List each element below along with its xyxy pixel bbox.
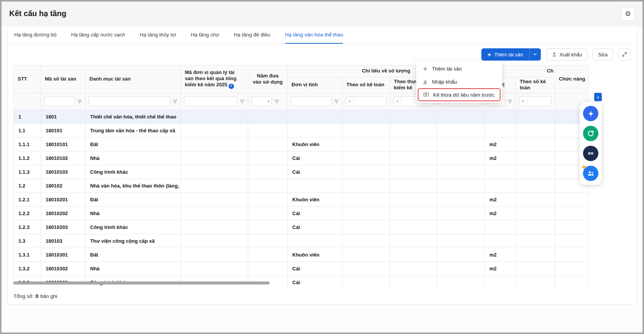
cell-unit-code	[181, 193, 248, 206]
cell-unit-code	[181, 110, 248, 123]
cell-by-accounting	[343, 248, 390, 262]
table-row[interactable]: 11801Thiết chế văn hóa, thiết chế thể th…	[14, 110, 589, 123]
cell-asset-name: Nhà văn hóa, khu thể thao thôn (làng, ..…	[86, 179, 181, 193]
cell-by-inventory	[390, 206, 437, 220]
export-button[interactable]: Xuất khẩu	[546, 48, 588, 61]
filter-input[interactable]	[44, 96, 75, 106]
table-row[interactable]: 1.1.118010101ĐấtKhuôn viênm2	[14, 137, 589, 151]
filter-input[interactable]	[291, 96, 332, 106]
community-people-icon[interactable]	[583, 166, 598, 181]
settings-button[interactable]: ⚙	[621, 7, 635, 21]
table-row[interactable]: 1.2.218010202NhàCáim2	[14, 206, 589, 220]
filter-cell	[181, 93, 248, 110]
chevron-right-icon: ›	[597, 94, 599, 100]
cell-stt: 1.3	[14, 234, 41, 248]
cell-asset-name: Đất	[86, 193, 181, 206]
filter-input[interactable]	[184, 96, 237, 106]
cell-stt: 1.3.2	[14, 262, 41, 275]
filter-input[interactable]	[354, 97, 386, 106]
filter-funnel-icon[interactable]	[507, 99, 512, 104]
edit-button[interactable]: Sửa	[593, 48, 613, 61]
cell-by-accounting2	[516, 262, 555, 275]
cell-extra	[437, 137, 485, 151]
cell-by-accounting2	[516, 179, 555, 193]
cell-asset-code: 18010203	[41, 220, 86, 234]
green-circle-tool-icon[interactable]	[583, 126, 598, 141]
cell-by-accounting2	[516, 248, 555, 262]
cell-asset-code: 18010202	[41, 206, 86, 220]
menu-item-label: Nhập khẩu	[432, 79, 457, 85]
table-row[interactable]: 1.3.218010302NhàCáim2	[14, 262, 589, 275]
cell-asset-name: Đất	[86, 137, 181, 151]
table-row[interactable]: 1.3.118010301ĐấtKhuôn viênm2	[14, 248, 589, 262]
table-row[interactable]: 1.1180101Trung tâm văn hóa - thể thao cấ…	[14, 123, 589, 137]
tab-0[interactable]: Hạ tầng đường bộ	[14, 26, 56, 43]
cell-stt: 1.2.3	[14, 220, 41, 234]
cell-unit: Cái	[288, 165, 343, 179]
menu-item-2[interactable]: Kế thừa dữ liệu năm trước	[418, 88, 501, 101]
menu-item-label: Thêm tài sản	[432, 66, 462, 72]
cell-actions	[555, 193, 589, 206]
filter-operator[interactable]: =	[519, 97, 527, 106]
filter-cell: =	[516, 93, 555, 110]
owl-extension-icon[interactable]	[583, 146, 598, 161]
cell-unit-code	[181, 151, 248, 165]
main-card: Hạ tầng đường bộHạ tầng cấp nước sạchHạ …	[7, 26, 637, 304]
page-title: Kết cấu hạ tầng	[9, 9, 66, 18]
assets-table: STT Mã số tài sản Danh mục tài sản Mã đơ…	[13, 65, 631, 288]
cell-year	[248, 248, 288, 262]
filter-funnel-icon[interactable]	[334, 99, 339, 104]
col-asset-code: Mã số tài sản	[41, 66, 86, 93]
expand-icon	[622, 52, 627, 57]
filter-cell	[86, 93, 181, 110]
cell-extra	[437, 110, 485, 123]
filter-input[interactable]	[89, 96, 170, 106]
cell-by-accounting2	[516, 165, 555, 179]
app-window: Kết cấu hạ tầng ⚙ Hạ tầng đường bộHạ tần…	[0, 0, 644, 334]
tab-2[interactable]: Hạ tầng thủy lợi	[140, 26, 176, 43]
cell-by-accounting2	[516, 123, 555, 137]
table-row[interactable]: 1.1.318010103Công trình khácCái	[14, 165, 589, 179]
table-row[interactable]: 1.1.218010102NhàCáim2	[14, 151, 589, 165]
menu-item-1[interactable]: Nhập khẩu	[418, 75, 501, 88]
tab-1[interactable]: Hạ tầng cấp nước sạch	[71, 26, 125, 43]
sparkle-assistant-icon[interactable]	[583, 106, 598, 121]
filter-input[interactable]	[527, 97, 551, 106]
cell-year	[248, 262, 288, 275]
filter-funnel-icon[interactable]	[240, 99, 245, 104]
cell-by-accounting	[343, 151, 390, 165]
import-icon	[422, 79, 428, 85]
filter-funnel-icon[interactable]	[77, 99, 82, 104]
side-panel-collapse-tab[interactable]: ›	[594, 93, 602, 101]
cell-unit2: m2	[485, 262, 516, 275]
filter-funnel-icon[interactable]	[173, 99, 178, 104]
cell-by-accounting	[343, 123, 390, 137]
table-row[interactable]: 1.3180103Thư viện công cộng cấp xã	[14, 234, 589, 248]
table-row[interactable]: 1.2.318010203Công trình khácCái	[14, 220, 589, 234]
fullscreen-button[interactable]	[618, 48, 631, 61]
add-asset-dropdown-toggle[interactable]	[529, 48, 541, 61]
cell-unit2	[485, 179, 516, 193]
filter-select[interactable]: ▾	[251, 96, 272, 106]
table-row[interactable]: 1.2.118010201ĐấtKhuôn viênm2	[14, 193, 589, 206]
cell-asset-name: Nhà	[86, 151, 181, 165]
filter-funnel-icon[interactable]	[274, 99, 279, 104]
tab-5[interactable]: Hạ tầng văn hóa thể thao	[285, 26, 343, 43]
tab-4[interactable]: Hạ tầng đê điều	[234, 26, 270, 43]
filter-operator[interactable]: =	[394, 97, 402, 106]
cell-unit-code	[181, 234, 248, 248]
scrollbar-thumb[interactable]	[13, 281, 270, 285]
menu-item-0[interactable]: Thêm tài sản	[418, 62, 501, 75]
cell-actions	[555, 248, 589, 262]
cell-asset-code: 18010201	[41, 193, 86, 206]
add-asset-button[interactable]: + Thêm tài sản	[481, 48, 529, 61]
info-icon[interactable]: i	[229, 84, 234, 89]
table-row[interactable]: 1.2180102Nhà văn hóa, khu thể thao thôn …	[14, 179, 589, 193]
tab-3[interactable]: Hạ tầng chợ	[191, 26, 219, 43]
col-year-in-use: Năm đưa vào sử dụng	[248, 66, 288, 93]
cell-by-inventory	[390, 165, 437, 179]
cell-unit: Cái	[288, 151, 343, 165]
filter-operator[interactable]: =	[346, 97, 354, 106]
cell-by-accounting2	[516, 220, 555, 234]
horizontal-scrollbar[interactable]	[13, 281, 588, 285]
